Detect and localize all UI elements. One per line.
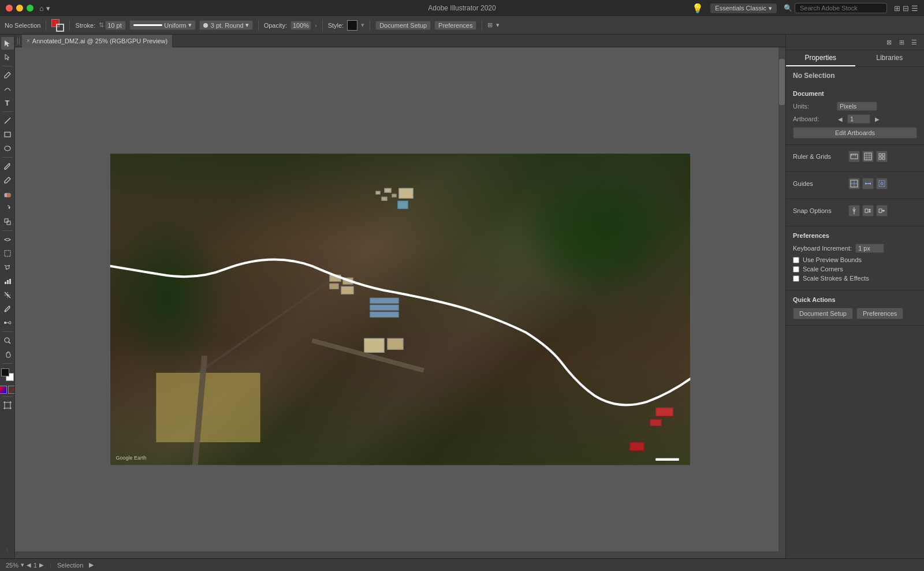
units-label: Units: (793, 103, 833, 110)
tool-direct-select[interactable] (1, 51, 14, 64)
panel-icon-2[interactable]: ⊟ (903, 4, 909, 13)
tab-bar: × Annotated_DMZ.ai @ 25% (RGB/GPU Previe… (15, 35, 785, 47)
align-icon[interactable]: ⊞ (487, 21, 493, 29)
preview-bounds-checkbox[interactable] (793, 257, 799, 263)
guide-icon-2[interactable] (862, 178, 874, 189)
tool-eyedropper[interactable] (1, 303, 14, 315)
tool-select[interactable] (1, 37, 14, 50)
ruler-icon-2[interactable] (862, 151, 874, 162)
ruler-icon-1[interactable] (848, 151, 860, 162)
transform-icon[interactable]: ▾ (496, 21, 500, 29)
panel-icon-3[interactable]: ☰ (911, 4, 918, 13)
tool-pencil[interactable] (1, 174, 14, 186)
gradient-swatch[interactable] (0, 386, 7, 394)
tool-rotate[interactable] (1, 201, 14, 214)
opacity-input[interactable] (290, 21, 311, 30)
tool-ellipse[interactable] (1, 142, 14, 155)
tool-blend[interactable] (1, 316, 14, 329)
tool-type[interactable]: T (1, 96, 14, 109)
keyboard-increment-row: Keyboard Increment: (793, 244, 917, 253)
search-stock-input[interactable] (795, 3, 887, 13)
panel-close-icon[interactable]: ⊠ (884, 37, 894, 47)
snap-icon-2[interactable] (862, 205, 874, 217)
stroke-cap-selector[interactable]: 3 pt. Round ▾ (199, 20, 253, 30)
tool-column-graph[interactable] (1, 275, 14, 288)
tool-eraser[interactable] (1, 188, 14, 200)
maximize-button[interactable] (27, 5, 33, 12)
guide-icon-1[interactable] (848, 178, 860, 189)
tool-line[interactable] (1, 114, 14, 127)
snap-icon-1[interactable] (848, 205, 860, 217)
tool-zoom[interactable] (1, 334, 14, 347)
lower-building-2 (388, 338, 404, 349)
minimize-button[interactable] (16, 5, 23, 12)
tool-warp[interactable] (1, 233, 14, 246)
stroke-up-down[interactable]: ⇅ (99, 21, 104, 29)
panel-menu-icon[interactable]: ☰ (909, 37, 919, 47)
tool-scale[interactable] (1, 215, 14, 228)
svg-point-21 (9, 322, 11, 324)
v-scroll-thumb[interactable] (779, 59, 785, 105)
tool-pen[interactable] (1, 69, 14, 81)
app-menu-arrow[interactable]: ▾ (46, 4, 50, 13)
lightbulb-icon[interactable]: 💡 (692, 3, 703, 14)
units-select[interactable]: Pixels Inches Centimeters (837, 102, 877, 111)
home-icon[interactable]: ⌂ (39, 4, 44, 13)
quick-doc-setup-btn[interactable]: Document Setup (793, 308, 853, 319)
tool-symbol-sprayer[interactable] (1, 261, 14, 274)
snap-icon-3[interactable] (876, 205, 888, 217)
status-arrow[interactable]: ▶ (89, 561, 94, 569)
tool-hand[interactable] (1, 348, 14, 361)
tab-libraries[interactable]: Libraries (855, 50, 925, 66)
quick-preferences-btn[interactable]: Preferences (856, 308, 903, 319)
search-area: 🔍 (784, 3, 887, 13)
opacity-expand[interactable]: › (315, 22, 317, 29)
panel-expand-icon[interactable]: ⊞ (896, 37, 907, 47)
tool-free-transform[interactable] (1, 247, 14, 260)
workspace-selector[interactable]: Essentials Classic ▾ (710, 3, 777, 13)
tool-artboard[interactable] (1, 399, 14, 412)
zoom-prev-btn[interactable]: ◀ (27, 562, 31, 568)
style-swatch[interactable] (347, 20, 357, 31)
guide-icon-3[interactable] (876, 178, 888, 189)
tool-rectangle[interactable] (1, 128, 14, 141)
ruler-icon-3[interactable] (876, 151, 888, 162)
keyboard-increment-label: Keyboard Increment: (793, 245, 852, 252)
scale-bar (656, 458, 679, 460)
edit-artboards-btn[interactable]: Edit Artboards (793, 127, 917, 139)
artboard-next-btn[interactable]: ▶ (873, 114, 882, 124)
tab-properties[interactable]: Properties (786, 50, 855, 66)
tab-close-btn[interactable]: × (27, 38, 30, 44)
svg-rect-1 (5, 132, 10, 137)
svg-point-11 (9, 265, 10, 266)
artboard-select[interactable]: 1 (847, 114, 870, 124)
scale-corners-checkbox[interactable] (793, 266, 799, 273)
style-arrow[interactable]: ▾ (361, 21, 364, 29)
fill-stroke-swatches[interactable] (51, 19, 64, 32)
three-dots-bottom[interactable]: ··· (5, 547, 10, 556)
stroke-value-input[interactable] (105, 21, 126, 30)
stroke-label: Stroke: (75, 22, 95, 29)
canvas-scroll-area[interactable]: Google Earth (15, 47, 785, 558)
zoom-next-btn[interactable]: ▶ (39, 562, 44, 568)
tool-slice[interactable] (1, 289, 14, 301)
artboard-prev-btn[interactable]: ◀ (836, 114, 845, 124)
color-mode-icons (0, 386, 15, 394)
panel-icon-1[interactable]: ⊞ (894, 4, 900, 13)
h-scrollbar[interactable] (15, 551, 778, 558)
v-scrollbar[interactable] (778, 47, 785, 558)
document-setup-button[interactable]: Document Setup (375, 21, 431, 30)
color-pair[interactable] (1, 368, 14, 381)
none-swatch[interactable] (8, 386, 16, 394)
svg-rect-6 (5, 219, 8, 222)
close-button[interactable] (6, 5, 13, 12)
scale-strokes-checkbox[interactable] (793, 275, 799, 282)
document-tab[interactable]: × Annotated_DMZ.ai @ 25% (RGB/GPU Previe… (22, 35, 173, 47)
tool-paint-brush[interactable] (1, 160, 14, 173)
stroke-type-selector[interactable]: Uniform ▾ (129, 20, 196, 30)
keyboard-increment-input[interactable] (855, 244, 884, 253)
main-layout: T (0, 35, 924, 558)
preferences-button[interactable]: Preferences (434, 21, 476, 30)
tool-curvature[interactable] (1, 83, 14, 95)
scale-corners-row: Scale Corners (793, 266, 917, 273)
